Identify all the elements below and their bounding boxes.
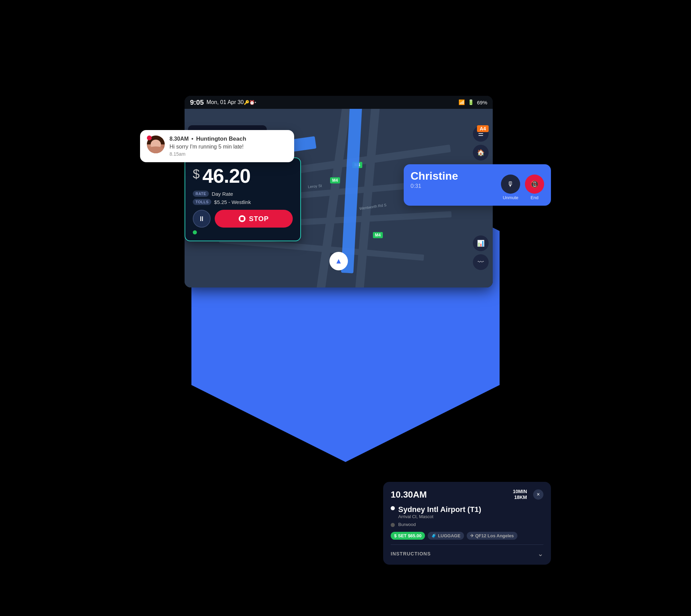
unmute-circle: 🎙 [501,175,520,194]
stop-label: STOP [249,215,269,223]
m4-badge-2: M4 [330,177,340,183]
key-icon: 🔑 [244,100,249,105]
tolls-row: TOLLS $5.25 - Westlink [193,199,293,205]
battery-icon: 🔋 [468,99,474,105]
booking-instructions: INSTRUCTIONS ⌄ [391,544,543,558]
call-card: Christine 0:31 🎙 Unmute 📵 End [404,164,551,206]
scene: 9:05 Mon, 01 Apr 30 🔑 ⏰ • 📶 🔋 69% [140,34,551,582]
end-call-icon: 📵 [530,180,539,188]
message-content: 8.30AM • Huntington Beach Hi sorry I'm r… [169,136,287,157]
home-button[interactable]: 🏠 [473,145,489,161]
wifi-icon: 📶 [458,99,465,105]
dollar-icon: $ [394,533,397,538]
luggage-tag: 🧳 LUGGAGE [428,532,464,540]
luggage-icon: 🧳 [431,533,437,538]
set-price-label: SET $65.00 [398,533,422,538]
booking-close-button[interactable]: × [533,489,543,500]
message-bullet: • [191,136,193,142]
flight-label: QF12 Los Angeles [475,533,514,538]
up-arrow-icon: ▲ [335,257,342,266]
end-circle: 📵 [525,175,544,194]
chevron-down-icon[interactable]: ⌄ [538,550,543,558]
eta-time: 10MIN [513,489,527,495]
unread-dot [147,136,152,140]
waypoint-row: Burwood [391,522,543,527]
meter-actions: ⏸ STOP [193,210,293,228]
destination-main: Sydney Intl Airport (T1) [398,505,481,514]
message-time: 8.30AM [169,136,189,142]
flight-icon: ✈ [470,533,474,538]
audio-icon: 〰 [478,259,484,266]
booking-time: 10.30AM [391,489,427,500]
destination-main-row: Sydney Intl Airport (T1) Arrival Ct, Mas… [391,505,543,519]
dot-icon: • [255,100,256,105]
meter-indicator [193,230,197,234]
close-icon: × [537,491,540,498]
home-icon: 🏠 [477,149,485,156]
pause-icon: ⏸ [198,215,205,223]
message-card: 8.30AM • Huntington Beach Hi sorry I'm r… [140,130,294,162]
end-label: End [530,195,538,200]
set-price-tag: $ SET $65.00 [391,532,425,540]
luggage-label: LUGGAGE [438,533,461,538]
waypoint-label: Burwood [398,522,416,527]
tolls-label: TOLLS [193,199,211,205]
call-actions: 🎙 Unmute 📵 End [501,175,544,200]
up-arrow-button[interactable]: ▲ [329,252,348,270]
alarm-icon: ⏰ [249,100,255,105]
booking-tags: $ SET $65.00 🧳 LUGGAGE ✈ QF12 Los Angele… [391,532,543,540]
pause-button[interactable]: ⏸ [193,210,211,228]
road-label-leroy: Leroy St [308,183,322,189]
currency-symbol: $ [193,167,200,181]
call-duration: 0:31 [411,183,501,189]
message-timestamp: 8.15am [169,151,287,157]
stop-dot-icon [239,215,246,222]
chart-button[interactable]: 📊 [473,235,489,251]
status-date: Mon, 01 Apr 30 [206,99,244,105]
meter-value: 46.20 [202,164,250,187]
audio-button[interactable]: 〰 [473,254,489,270]
meter-amount-row: $ 46.20 [193,164,293,187]
destination-dot-white [391,506,395,510]
tolls-value: $5.25 - Westlink [214,199,251,205]
booking-header: 10.30AM 10MIN 18KM × [391,489,543,500]
waypoint-dot [391,523,395,527]
m4-badge-3: M4 [373,232,383,238]
end-call-button[interactable]: 📵 End [525,175,544,200]
meter-badges: RATE Day Rate TOLLS $5.25 - Westlink [193,191,293,205]
a4-badge: A4 [477,125,489,132]
status-time: 9:05 [190,99,204,106]
meter-panel: $ 46.20 RATE Day Rate TOLLS $5.25 - West… [185,157,301,241]
stop-button[interactable]: STOP [215,210,293,228]
chart-icon: 📊 [477,240,485,247]
message-header: 8.30AM • Huntington Beach [169,136,287,142]
call-name: Christine [411,170,501,182]
eta-distance: 18KM [513,495,527,500]
rate-value: Day Rate [212,191,233,197]
unmute-label: Unmute [503,195,518,200]
rate-row: RATE Day Rate [193,191,293,197]
booking-eta: 10MIN 18KM [513,489,527,500]
unmute-button[interactable]: 🎙 Unmute [501,175,520,200]
message-location: Huntington Beach [196,136,246,142]
flight-tag: ✈ QF12 Los Angeles [467,532,517,540]
booking-destinations: Sydney Intl Airport (T1) Arrival Ct, Mas… [391,505,543,527]
microphone-icon: 🎙 [507,180,514,188]
message-body: Hi sorry I'm running 5 min late! [169,144,287,150]
rate-label: RATE [193,191,209,197]
booking-card: 10.30AM 10MIN 18KM × Sydney Intl Airport… [383,482,551,565]
status-bar: 9:05 Mon, 01 Apr 30 🔑 ⏰ • 📶 🔋 69% [185,96,493,109]
instructions-label: INSTRUCTIONS [391,551,431,556]
battery-percent: 69% [477,100,487,105]
destination-address: Arrival Ct, Mascot [398,514,481,519]
